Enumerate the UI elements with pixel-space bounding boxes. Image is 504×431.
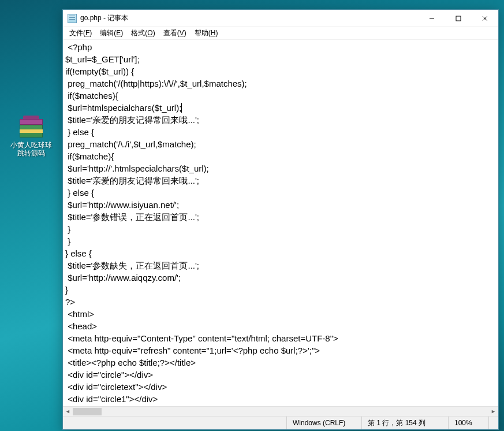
status-zoom: 100% xyxy=(448,417,488,429)
menu-help[interactable]: 帮助(H) xyxy=(191,27,222,39)
scroll-right-arrow-icon[interactable]: ► xyxy=(488,407,498,417)
menu-edit[interactable]: 编辑(E) xyxy=(96,27,127,39)
titlebar[interactable]: go.php - 记事本 xyxy=(63,10,498,27)
desktop-icon-label: 小黄人吃球球 跳转源码 xyxy=(10,141,52,157)
editor-content[interactable]: <?php $t_url=$_GET['url']; if(!empty($t_… xyxy=(63,40,498,406)
scroll-left-arrow-icon[interactable]: ◄ xyxy=(63,407,73,417)
menu-file[interactable]: 文件(F) xyxy=(65,27,96,39)
maximize-button[interactable] xyxy=(445,10,472,27)
rar-archive-icon xyxy=(17,116,45,139)
notepad-icon xyxy=(68,14,77,23)
minimize-button[interactable] xyxy=(419,10,445,27)
close-button[interactable] xyxy=(472,10,498,27)
status-grip xyxy=(488,417,498,429)
status-position: 第 1 行，第 154 列 xyxy=(361,417,448,429)
status-encoding: Windows (CRLF) xyxy=(286,417,361,429)
scroll-track[interactable] xyxy=(73,407,488,417)
menu-format[interactable]: 格式(O) xyxy=(127,27,159,39)
menubar: 文件(F) 编辑(E) 格式(O) 查看(V) 帮助(H) xyxy=(63,27,498,40)
horizontal-scrollbar[interactable]: ◄ ► xyxy=(63,406,498,416)
editor-area[interactable]: <?php $t_url=$_GET['url']; if(!empty($t_… xyxy=(63,40,498,416)
notepad-window: go.php - 记事本 文件(F) 编辑(E) 格式(O) 查看(V) 帮助(… xyxy=(62,9,499,430)
menu-view[interactable]: 查看(V) xyxy=(159,27,191,39)
statusbar: Windows (CRLF) 第 1 行，第 154 列 100% xyxy=(63,416,498,429)
svg-rect-1 xyxy=(456,16,461,21)
window-title: go.php - 记事本 xyxy=(80,13,128,23)
scroll-thumb[interactable] xyxy=(73,408,102,415)
status-spacer xyxy=(63,417,286,429)
desktop-icon-archive[interactable]: 小黄人吃球球 跳转源码 xyxy=(10,116,52,157)
